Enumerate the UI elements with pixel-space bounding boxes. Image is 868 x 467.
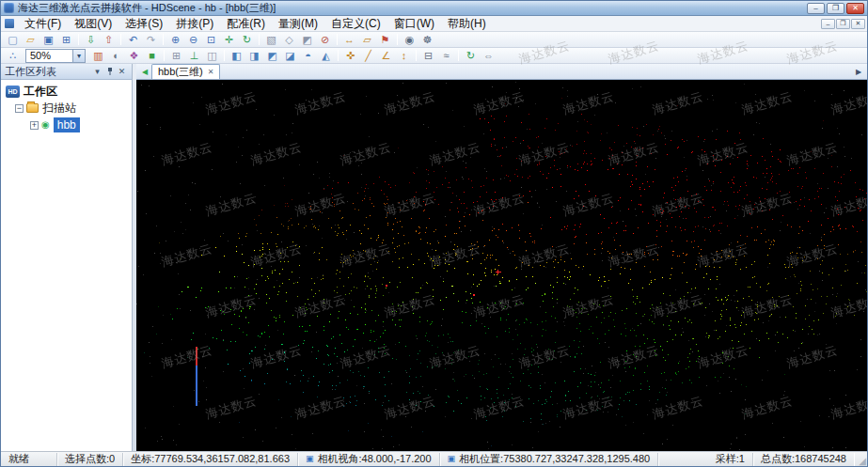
chevron-down-icon[interactable]: ▾ xyxy=(72,50,85,62)
menu-item[interactable]: 帮助(H) xyxy=(441,16,493,31)
profile-curve-icon[interactable]: ≈ xyxy=(437,49,455,63)
tree-node-hbb[interactable]: + ◉ hbb xyxy=(1,117,132,133)
status-camera-position: ▣相机位置:75380.727,33247.328,1295.480 xyxy=(440,453,659,466)
section-plane-icon[interactable]: ⊟ xyxy=(419,49,437,63)
measure-height-icon[interactable]: ↕ xyxy=(395,49,413,63)
toolbar-view: ∴ 50% ▾ ▥◐❖■⊞⊥◫◧◨◩◪◓◭✜╱∠↕⊟≈↻⇔ xyxy=(1,48,867,64)
camera-position-icon: ▣ xyxy=(448,455,456,463)
render-rgb-icon[interactable]: ❖ xyxy=(125,49,143,63)
expander-expand-icon[interactable]: + xyxy=(30,121,39,130)
expander-collapse-icon[interactable]: − xyxy=(15,104,24,113)
mdi-child-icon[interactable] xyxy=(5,19,14,28)
open-project-icon[interactable]: ▱ xyxy=(22,33,39,47)
section-plane-glyph: ⊟ xyxy=(424,51,433,61)
export-data-icon[interactable]: ⇧ xyxy=(100,33,118,47)
redo-icon[interactable]: ↷ xyxy=(142,33,160,47)
resize-grip[interactable]: ◢ xyxy=(854,453,867,466)
save-all-icon[interactable]: ⊞ xyxy=(57,33,75,47)
import-data-icon[interactable]: ⇩ xyxy=(82,33,100,47)
view-right-icon[interactable]: ◪ xyxy=(281,49,299,63)
zoom-select[interactable]: 50% ▾ xyxy=(25,49,86,63)
settings-icon[interactable]: ☸ xyxy=(418,33,436,47)
app-window: 海达三维激光点云拼接软件 - HDScene - hb - [hbb(三维)] … xyxy=(0,0,868,467)
menu-item[interactable]: 配准(R) xyxy=(220,16,272,31)
undo-icon[interactable]: ↶ xyxy=(124,33,142,47)
mdi-minimize-button[interactable]: – xyxy=(821,19,835,29)
import-data-glyph: ⇩ xyxy=(87,35,95,45)
tree-node-workspace[interactable]: HD 工作区 xyxy=(1,83,132,100)
new-project-icon[interactable]: ▢ xyxy=(4,33,22,47)
pan-icon[interactable]: ✛ xyxy=(220,33,238,47)
measure-distance-icon[interactable]: ↔ xyxy=(340,33,358,47)
select-rectangle-icon[interactable]: ▧ xyxy=(262,33,280,47)
minimize-button[interactable]: – xyxy=(807,3,825,14)
view-front-icon[interactable]: ◧ xyxy=(228,49,245,63)
render-intensity-glyph: ◐ xyxy=(113,51,119,61)
toolbar-main: ▢▱▣⊞⇩⇧↶↷⊕⊖⊡✛↻▧◇◩⊘↔▱⚑◉☸ xyxy=(1,32,867,48)
status-ready: 就绪 xyxy=(1,453,57,466)
menu-item[interactable]: 量测(M) xyxy=(272,16,324,31)
panel-close-icon[interactable]: ✕ xyxy=(116,66,128,78)
menu-items: 文件(F)视图(V)选择(S)拼接(P)配准(R)量测(M)自定义(C)窗口(W… xyxy=(18,16,493,32)
viewport-3d[interactable] xyxy=(136,80,867,451)
menu-item[interactable]: 视图(V) xyxy=(68,16,118,31)
render-single-color-icon[interactable]: ■ xyxy=(143,49,161,63)
maximize-button[interactable]: ❐ xyxy=(827,3,844,14)
view-back-icon[interactable]: ◨ xyxy=(245,49,263,63)
view-left-icon[interactable]: ◩ xyxy=(263,49,281,63)
select-polygon-icon[interactable]: ◇ xyxy=(280,33,298,47)
status-coordinates-text: 坐标:77769.534,36157.082,81.663 xyxy=(131,452,290,466)
tree-node-workspace-label: 工作区 xyxy=(24,84,57,100)
zoom-extent-icon[interactable]: ⊡ xyxy=(202,33,220,47)
menu-item[interactable]: 选择(S) xyxy=(118,16,169,31)
rotate-view-glyph: ↻ xyxy=(243,35,251,45)
view-top-icon[interactable]: ◓ xyxy=(299,49,317,63)
mdi-close-button[interactable]: ✕ xyxy=(851,19,865,29)
redo-glyph: ↷ xyxy=(147,35,155,45)
point-size-icon[interactable]: ∴ xyxy=(4,49,22,63)
measure-line-icon[interactable]: ╱ xyxy=(359,49,377,63)
panel-chevron-down-icon[interactable]: ▾ xyxy=(91,66,103,78)
tab-hbb-3d[interactable]: hbb(三维) ✕ xyxy=(151,64,220,79)
mdi-restore-button[interactable]: ❐ xyxy=(836,19,850,29)
rotate-view-icon[interactable]: ↻ xyxy=(238,33,256,47)
tab-scroll-right-icon[interactable]: ▶ xyxy=(852,65,865,79)
view-isometric-icon[interactable]: ◭ xyxy=(317,49,335,63)
fullscreen-icon[interactable]: ⇔ xyxy=(480,49,497,63)
show-grid-icon[interactable]: ⊞ xyxy=(167,49,185,63)
panel-pin-icon[interactable] xyxy=(103,66,116,78)
measure-angle-glyph: ∠ xyxy=(382,51,391,61)
zoom-out-icon[interactable]: ⊖ xyxy=(184,33,202,47)
point-cloud-canvas[interactable] xyxy=(136,80,867,451)
render-elevation-icon[interactable]: ▥ xyxy=(89,49,107,63)
menu-item[interactable]: 窗口(W) xyxy=(387,16,441,31)
measure-point-icon[interactable]: ✜ xyxy=(341,49,359,63)
toolbar-separator xyxy=(78,34,79,45)
render-intensity-icon[interactable]: ◐ xyxy=(107,49,125,63)
measure-area-icon[interactable]: ▱ xyxy=(358,33,376,47)
measure-angle-icon[interactable]: ∠ xyxy=(377,49,395,63)
tab-scroll-left-icon[interactable]: ◀ xyxy=(138,65,151,79)
menu-item[interactable]: 拼接(P) xyxy=(169,16,220,31)
show-axes-icon[interactable]: ⊥ xyxy=(185,49,203,63)
workspace-tree: HD 工作区 − 扫描站 + ◉ hbb xyxy=(1,80,132,451)
tree-node-scan-stations[interactable]: − 扫描站 xyxy=(1,100,132,117)
close-button[interactable]: ✕ xyxy=(846,3,864,14)
annotation-flag-icon[interactable]: ⚑ xyxy=(376,33,394,47)
title-bar: 海达三维激光点云拼接软件 - HDScene - hb - [hbb(三维)] … xyxy=(1,1,867,16)
invert-selection-icon[interactable]: ◩ xyxy=(298,33,316,47)
refresh-view-icon[interactable]: ↻ xyxy=(462,49,480,63)
clear-selection-icon[interactable]: ⊘ xyxy=(316,33,334,47)
workspace-panel-title: 工作区列表 xyxy=(5,65,91,79)
tab-close-icon[interactable]: ✕ xyxy=(208,68,214,76)
bounding-box-icon[interactable]: ◫ xyxy=(203,49,221,63)
save-icon[interactable]: ▣ xyxy=(39,33,57,47)
menu-item[interactable]: 自定义(C) xyxy=(324,16,387,31)
zoom-in-icon[interactable]: ⊕ xyxy=(166,33,184,47)
menu-item[interactable]: 文件(F) xyxy=(18,16,68,31)
snapshot-icon[interactable]: ◉ xyxy=(401,33,418,47)
camera-angle-icon: ▣ xyxy=(306,455,314,463)
measure-distance-glyph: ↔ xyxy=(344,35,355,45)
zoom-out-glyph: ⊖ xyxy=(189,35,197,45)
open-project-glyph: ▱ xyxy=(26,35,34,45)
